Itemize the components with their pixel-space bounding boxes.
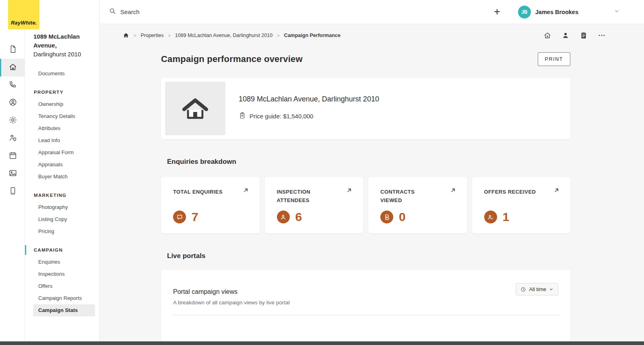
contract-document-icon xyxy=(380,211,393,223)
search-icon xyxy=(109,7,116,17)
live-portals-heading: Live portals xyxy=(161,252,570,260)
rail-item-contacts[interactable] xyxy=(0,94,25,112)
sidebar-item-listing-copy[interactable]: Listing Copy xyxy=(25,213,99,225)
home-sparkle-icon[interactable] xyxy=(543,31,551,39)
arrow-ne-icon[interactable] xyxy=(553,187,561,194)
portal-card-divider xyxy=(173,315,560,315)
person-icon[interactable] xyxy=(561,31,570,39)
sidebar-item-appraisals[interactable]: Appraisals xyxy=(25,159,99,171)
stat-card-total-enquiries: TOTAL ENQUIRIES 7 xyxy=(161,177,260,233)
stat-card-offers-received: OFFERS RECEIVED 1 xyxy=(472,177,571,233)
arrow-ne-icon[interactable] xyxy=(450,187,457,194)
rail-item-calendar[interactable] xyxy=(0,147,25,165)
person-circle-icon xyxy=(8,98,17,108)
chevron-down-icon xyxy=(549,287,553,291)
sidebar-item-pricing[interactable]: Pricing xyxy=(25,225,99,238)
logo-text: RayWhite. xyxy=(11,20,37,26)
ellipsis-icon[interactable] xyxy=(598,31,606,39)
arrow-ne-icon[interactable] xyxy=(346,187,353,194)
breadcrumb-campaign-performance: Campaign Performance xyxy=(284,33,341,38)
sidebar-item-tenancy-details[interactable]: Tenancy Details xyxy=(25,110,99,122)
sidebar-item-photography[interactable]: Photography xyxy=(25,201,99,213)
avatar[interactable]: JB xyxy=(518,6,531,19)
breadcrumb-separator: > xyxy=(277,33,279,38)
stat-label: TOTAL ENQUIRIES xyxy=(173,188,249,196)
sidebar-section-campaign: CAMPAIGN xyxy=(25,244,99,256)
breadcrumb-separator: > xyxy=(134,33,136,38)
sidebar-item-appraisal-form[interactable]: Appraisal Form xyxy=(25,147,99,159)
stat-label: INSPECTION ATTENDEES xyxy=(277,188,353,205)
breadcrumb-properties[interactable]: Properties xyxy=(140,33,163,38)
page-title: Campaign performance overview xyxy=(161,54,303,64)
stat-value-row: 0 xyxy=(380,210,406,224)
print-button[interactable]: PRINT xyxy=(538,52,571,66)
offer-person-check-icon xyxy=(484,211,497,223)
breadcrumb: > Properties > 1089 McLachlan Avenue, Da… xyxy=(100,31,644,39)
sidebar-item-documents[interactable]: Documents xyxy=(25,68,99,80)
sidebar-item-attributes[interactable]: Attributes xyxy=(25,122,99,134)
breadcrumb-separator: > xyxy=(168,33,170,38)
gear-icon xyxy=(8,116,17,126)
sidebar-section-property: PROPERTY xyxy=(25,86,99,98)
rail-item-calls[interactable] xyxy=(0,76,25,94)
breadcrumb-property-address[interactable]: 1089 McLachlan Avenue, Darlinghurst 2010 xyxy=(175,33,272,38)
phone-icon xyxy=(8,80,17,91)
file-icon xyxy=(8,45,17,55)
calendar-icon xyxy=(8,151,17,161)
stat-label: OFFERS RECEIVED xyxy=(484,188,560,196)
stat-value: 6 xyxy=(295,210,302,224)
property-sidebar: 1089 McLachlan Avenue, Darlinghurst 2010… xyxy=(25,0,100,345)
address-line-1: 1089 McLachlan Avenue, xyxy=(33,32,92,50)
breadcrumb-home-icon[interactable] xyxy=(123,32,129,39)
rail-item-settings[interactable] xyxy=(0,112,25,130)
stat-value: 1 xyxy=(503,210,510,224)
stat-value: 0 xyxy=(399,210,406,224)
portal-card-title: Portal campaign views xyxy=(173,288,560,295)
stats-row: TOTAL ENQUIRIES 7 INSPECTION ATTENDEES xyxy=(161,177,570,233)
screenshot-bottom-edge xyxy=(0,341,644,345)
address-line-2: Darlinghurst 2010 xyxy=(33,50,92,59)
sidebar-item-campaign-reports[interactable]: Campaign Reports xyxy=(25,292,99,304)
time-filter-dropdown[interactable]: All time xyxy=(516,283,558,295)
sidebar-item-offers[interactable]: Offers xyxy=(25,280,99,292)
sidebar-item-inspections[interactable]: Inspections xyxy=(25,268,99,280)
raywhite-logo: RayWhite. xyxy=(8,0,39,29)
stat-value-row: 7 xyxy=(173,210,198,224)
enquiries-breakdown-heading: Enquiries breakdown xyxy=(161,158,570,166)
portal-card-subtitle: A breakdown of all campaign views by liv… xyxy=(173,300,560,306)
stat-card-inspection-attendees: INSPECTION ATTENDEES 6 xyxy=(265,177,363,233)
stat-value-row: 1 xyxy=(484,210,510,224)
sidebar-item-enquiries[interactable]: Enquiries xyxy=(25,256,99,268)
property-thumbnail xyxy=(165,82,225,135)
rail-item-home[interactable] xyxy=(0,59,25,76)
sidebar-item-lead-info[interactable]: Lead Info xyxy=(25,134,99,147)
attendee-person-icon xyxy=(277,211,290,223)
user-name: James Brookes xyxy=(535,9,578,15)
clock-icon xyxy=(520,287,526,292)
rail-item-devices[interactable] xyxy=(0,183,25,200)
contact-pin-icon xyxy=(8,133,17,144)
arrow-ne-icon[interactable] xyxy=(242,187,250,194)
clipboard-icon[interactable] xyxy=(580,31,588,39)
sidebar-item-buyer-match[interactable]: Buyer Match xyxy=(25,171,99,183)
sidebar-item-campaign-stats[interactable]: Campaign Stats xyxy=(33,304,95,316)
topbar: + JB James Brookes xyxy=(100,0,644,24)
sidebar-property-address: 1089 McLachlan Avenue, Darlinghurst 2010 xyxy=(25,32,99,59)
property-info: 1089 McLachlan Avenue, Darlinghurst 2010… xyxy=(239,82,379,135)
sidebar-section-marketing: MARKETING xyxy=(25,189,99,201)
add-button[interactable]: + xyxy=(494,6,500,17)
price-guide-text: Price guide: $1,540,000 xyxy=(250,113,313,120)
user-menu-chevron-down-icon[interactable] xyxy=(614,8,620,16)
rail-item-gallery[interactable] xyxy=(0,165,25,183)
rail-item-prospecting[interactable] xyxy=(0,130,25,147)
stat-value: 7 xyxy=(192,210,198,224)
property-title: 1089 McLachlan Avenue, Darlinghurst 2010 xyxy=(239,95,379,103)
page-body: Campaign performance overview PRINT 1089… xyxy=(161,52,570,345)
mobile-device-icon xyxy=(8,186,17,197)
house-icon xyxy=(180,93,211,124)
rail-item-documents[interactable] xyxy=(0,41,25,59)
sidebar-item-ownership[interactable]: Ownership xyxy=(25,98,99,110)
search-input[interactable] xyxy=(120,8,289,15)
chat-bubble-icon xyxy=(173,211,186,223)
main-content: > Properties > 1089 McLachlan Avenue, Da… xyxy=(100,24,644,345)
